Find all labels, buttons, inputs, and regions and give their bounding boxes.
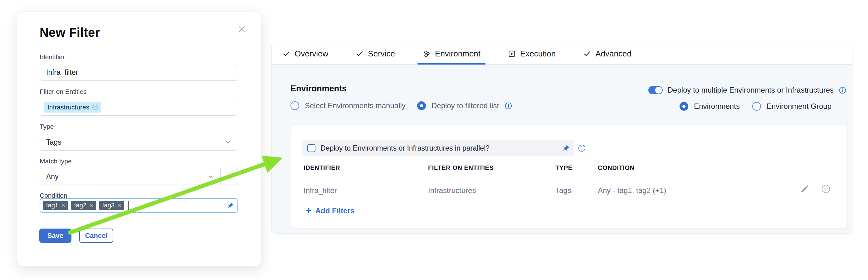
row-filter-on-entities: Infrastructures bbox=[428, 186, 476, 195]
row-condition: Any - tag1, tag2 (+1) bbox=[598, 186, 666, 195]
environments-heading: Environments bbox=[290, 84, 347, 94]
tab-execution[interactable]: Execution bbox=[508, 43, 556, 65]
filter-on-entities-label: Filter on Entities bbox=[40, 88, 87, 96]
tab-environment[interactable]: Environment bbox=[423, 43, 480, 65]
add-filters-button[interactable]: + Add Filters bbox=[306, 206, 354, 215]
tag-chip[interactable]: tag2✕ bbox=[71, 201, 96, 210]
match-type-select[interactable]: Any bbox=[40, 168, 238, 185]
radio-deploy-filtered-list[interactable]: Deploy to filtered list bbox=[417, 101, 512, 110]
multi-env-controls: Deploy to multiple Environments or Infra… bbox=[648, 86, 846, 111]
condition-input[interactable]: tag1✕ tag2✕ tag3✕ bbox=[40, 198, 238, 213]
tab-label: Overview bbox=[294, 49, 328, 59]
parallel-option-bar: Deploy to Environments or Infrastructure… bbox=[302, 140, 575, 156]
col-header-condition: CONDITION bbox=[598, 164, 634, 172]
type-select[interactable]: Tags bbox=[40, 134, 238, 151]
col-header-identifier: IDENTIFIER bbox=[304, 164, 340, 172]
screen: New Filter Identifier Infra_filter Filte… bbox=[0, 0, 868, 280]
pin-icon bbox=[226, 202, 234, 209]
env-type-radios: Environments Environment Group bbox=[680, 102, 832, 111]
parallel-label: Deploy to Environments or Infrastructure… bbox=[320, 144, 490, 152]
cancel-button[interactable]: Cancel bbox=[79, 229, 113, 243]
edit-filter-button[interactable] bbox=[800, 184, 810, 194]
close-icon bbox=[237, 24, 247, 34]
tag-chip[interactable]: tag1✕ bbox=[43, 201, 68, 210]
tag-chip-label: tag1 bbox=[46, 202, 58, 209]
chip-remove-icon[interactable] bbox=[92, 104, 98, 110]
tag-chip-label: tag2 bbox=[74, 202, 86, 209]
tab-advanced[interactable]: Advanced bbox=[583, 43, 631, 65]
tag-chip[interactable]: tag3✕ bbox=[99, 201, 124, 210]
chevron-down-icon bbox=[225, 139, 231, 146]
pin-runtime-button[interactable] bbox=[223, 199, 238, 212]
row-identifier: Infra_filter bbox=[304, 186, 337, 195]
tab-service[interactable]: Service bbox=[356, 43, 395, 65]
pin-runtime-button[interactable] bbox=[220, 168, 238, 184]
match-type-value: Any bbox=[46, 172, 59, 181]
radio-selected-icon[interactable] bbox=[417, 101, 426, 110]
check-icon bbox=[583, 50, 591, 58]
remove-tag-icon[interactable]: ✕ bbox=[89, 203, 94, 208]
radio-unselected-icon[interactable] bbox=[290, 101, 299, 110]
add-filters-label: Add Filters bbox=[315, 206, 354, 215]
new-filter-modal: New Filter Identifier Infra_filter Filte… bbox=[17, 11, 261, 267]
environment-hexagons-icon bbox=[423, 50, 431, 58]
remove-filter-button[interactable] bbox=[821, 184, 831, 194]
row-type: Tags bbox=[555, 186, 571, 195]
deploy-multiple-toggle[interactable] bbox=[648, 86, 663, 94]
remove-tag-icon[interactable]: ✕ bbox=[61, 203, 65, 208]
execution-play-icon bbox=[508, 50, 516, 58]
tag-chip-label: tag3 bbox=[102, 202, 115, 209]
parallel-checkbox[interactable] bbox=[307, 144, 315, 152]
tab-overview[interactable]: Overview bbox=[282, 43, 328, 65]
type-value: Tags bbox=[46, 138, 61, 146]
info-icon[interactable] bbox=[578, 144, 586, 152]
info-icon[interactable] bbox=[839, 86, 846, 94]
identifier-value: Infra_filter bbox=[46, 68, 78, 77]
chevron-down-icon bbox=[207, 173, 214, 180]
tab-label: Advanced bbox=[595, 49, 631, 59]
entity-chip-label: Infrastructures bbox=[48, 104, 89, 111]
pin-icon bbox=[225, 172, 234, 180]
radio-selected-icon[interactable] bbox=[680, 102, 688, 111]
toggle-knob bbox=[655, 87, 662, 94]
entity-chip[interactable]: Infrastructures bbox=[44, 102, 101, 112]
tab-label: Execution bbox=[520, 49, 556, 59]
radio-environment-group-label: Environment Group bbox=[767, 102, 832, 111]
identifier-input[interactable]: Infra_filter bbox=[40, 64, 238, 81]
stage-tabbar: Overview Service Environment bbox=[272, 43, 852, 65]
info-icon[interactable] bbox=[504, 102, 512, 110]
environment-tab-content: Environments Select Environments manuall… bbox=[272, 65, 852, 233]
modal-title: New Filter bbox=[40, 26, 100, 40]
type-label: Type bbox=[40, 123, 54, 130]
radio-label: Select Environments manually bbox=[305, 101, 406, 110]
filter-on-entities-input[interactable]: Infrastructures bbox=[40, 99, 238, 116]
divider bbox=[556, 142, 556, 154]
text-cursor bbox=[128, 201, 128, 210]
filters-card: Deploy to Environments or Infrastructure… bbox=[291, 125, 846, 228]
toggle-row: Deploy to multiple Environments or Infra… bbox=[648, 86, 846, 95]
radio-label: Deploy to filtered list bbox=[432, 101, 499, 110]
plus-icon: + bbox=[306, 205, 312, 215]
check-icon bbox=[282, 50, 290, 58]
tab-label: Environment bbox=[435, 49, 480, 59]
radio-unselected-icon[interactable] bbox=[752, 102, 761, 111]
col-header-filter-on-entities: FILTER ON ENTITIES bbox=[428, 164, 494, 172]
radio-environments-label: Environments bbox=[694, 102, 740, 111]
radio-select-manually[interactable]: Select Environments manually bbox=[290, 101, 406, 110]
toggle-label: Deploy to multiple Environments or Infra… bbox=[668, 86, 834, 95]
check-icon bbox=[356, 50, 364, 58]
tab-label: Service bbox=[368, 49, 395, 59]
pin-runtime-button[interactable] bbox=[562, 144, 570, 152]
match-type-label: Match type bbox=[40, 158, 72, 165]
save-button[interactable]: Save bbox=[39, 229, 71, 243]
stage-config-panel: Overview Service Environment bbox=[272, 43, 852, 234]
identifier-label: Identifier bbox=[40, 53, 65, 61]
col-header-type: TYPE bbox=[555, 164, 572, 172]
remove-tag-icon[interactable]: ✕ bbox=[117, 203, 122, 208]
close-button[interactable] bbox=[236, 23, 248, 36]
